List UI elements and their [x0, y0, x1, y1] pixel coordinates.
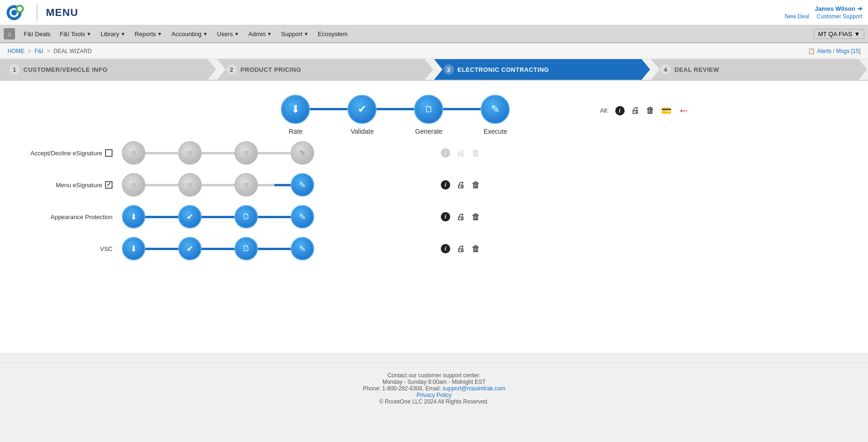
wizard-step-2[interactable]: 2 PRODUCT PRICING	[217, 59, 433, 80]
conn2-row4	[201, 248, 235, 250]
row-appearance-protection: Appearance Protection ⬇ ✔ 🗋 ✎ i 🖨 🗑	[19, 204, 849, 230]
nav-fi-tools[interactable]: F&I Tools ▼	[55, 25, 96, 43]
info-icon-row4[interactable]: i	[441, 244, 450, 253]
red-arrow-indicator: ←	[678, 103, 690, 118]
header-generate-circle[interactable]: 🗋	[414, 95, 443, 124]
nav-library[interactable]: Library ▼	[96, 25, 130, 43]
row-actions-accept-decline: i 🖨 🗑	[441, 148, 480, 158]
logo-area: MENU	[6, 4, 78, 22]
conn3-row2	[257, 184, 292, 186]
execute-label: Execute	[483, 128, 507, 135]
accept-decline-checkbox[interactable]	[105, 149, 113, 157]
print-icon-row4[interactable]: 🖨	[457, 244, 465, 254]
conn1-row1	[144, 152, 179, 154]
all-card-icon[interactable]: 💳	[661, 106, 672, 116]
row-flow-appearance: ⬇ ✔ 🗋 ✎	[122, 205, 422, 229]
info-icon-row3[interactable]: i	[441, 212, 450, 221]
row-actions-vsc: i 🖨 🗑	[441, 244, 480, 254]
footer-line3: Phone: 1-800-282-6308, Email: support@ma…	[9, 385, 859, 392]
nav-reports[interactable]: Reports ▼	[130, 25, 166, 43]
logo-divider	[37, 4, 38, 21]
wizard-step-3[interactable]: 3 ELECTRONIC CONTRACTING	[434, 59, 650, 80]
top-links: New Deal Customer Support	[785, 13, 862, 20]
fias-dropdown[interactable]: MT QA FIAS ▼	[814, 29, 864, 39]
rate-circle-row2: ○	[122, 173, 145, 197]
row-flow-menu-esig: ○ ○ ○ ✎	[122, 173, 422, 197]
trash-icon-row4[interactable]: 🗑	[472, 244, 480, 254]
header-rate-circle[interactable]: ⬇	[281, 95, 310, 124]
generate-circle-row4[interactable]: 🗋	[234, 237, 258, 260]
rate-circle-row1: ○	[122, 141, 145, 165]
footer-line1: Contact our customer support center:	[9, 372, 859, 379]
trash-icon-row1: 🗑	[472, 148, 480, 158]
conn1-row4	[144, 248, 179, 250]
breadcrumb-current: DEAL WIZARD	[53, 48, 92, 54]
print-icon-row2[interactable]: 🖨	[457, 180, 465, 190]
generate-label: Generate	[415, 128, 442, 135]
execute-circle-row2[interactable]: ✎	[291, 173, 314, 197]
home-nav-button[interactable]: ⌂	[4, 28, 15, 39]
breadcrumb-home[interactable]: HOME	[8, 48, 24, 54]
breadcrumb-bar: HOME > F&I > DEAL WIZARD 📋 Alerts / Msgs…	[0, 43, 868, 59]
print-icon-row3[interactable]: 🖨	[457, 212, 465, 222]
nav-accounting[interactable]: Accounting ▼	[167, 25, 212, 43]
wizard-step-1[interactable]: 1 CUSTOMER/VEHICLE INFO	[0, 59, 216, 80]
conn2-row3	[201, 216, 235, 218]
routeone-logo	[6, 4, 28, 22]
nav-right-area: MT QA FIAS ▼	[814, 29, 864, 39]
rate-circle-row4[interactable]: ⬇	[122, 237, 145, 260]
trash-icon-row3[interactable]: 🗑	[472, 212, 480, 222]
row-actions-appearance: i 🖨 🗑	[441, 212, 480, 222]
conn2-row2	[201, 184, 235, 186]
alerts-button[interactable]: 📋 Alerts / Msgs [15]	[808, 48, 860, 54]
execute-circle-row1: ✎	[291, 141, 314, 165]
wizard-step-4[interactable]: 4 DEAL REVIEW	[651, 59, 867, 80]
nav-ecosystem[interactable]: Ecosystem	[313, 25, 353, 43]
customer-support-link[interactable]: Customer Support	[817, 13, 862, 20]
svg-point-4	[17, 7, 22, 11]
nav-fi-deals[interactable]: F&I Deals	[19, 25, 55, 43]
validate-circle-row3[interactable]: ✔	[178, 205, 202, 229]
connector-1	[310, 108, 347, 110]
row-label-vsc: VSC	[19, 245, 122, 252]
user-name: James Wilson ➔	[815, 5, 862, 12]
row-label-appearance: Appearance Protection	[19, 213, 122, 221]
conn3-row4	[257, 248, 292, 250]
row-menu-esignature: Menu eSignature ✓ ○ ○ ○ ✎ i 🖨 🗑	[19, 172, 849, 198]
header-execute-circle[interactable]: ✎	[481, 95, 510, 124]
rate-circle-row3[interactable]: ⬇	[122, 205, 145, 229]
top-header: MENU James Wilson ➔ New Deal Customer Su…	[0, 0, 868, 25]
generate-circle-row1: ○	[234, 141, 258, 165]
trash-icon-row2[interactable]: 🗑	[472, 180, 480, 190]
execute-circle-row3[interactable]: ✎	[291, 205, 314, 229]
all-info-icon[interactable]: i	[615, 106, 625, 115]
nav-bar: ⌂ F&I Deals F&I Tools ▼ Library ▼ Report…	[0, 25, 868, 43]
row-label-accept-decline: Accept/Decline eSignature	[19, 149, 122, 157]
validate-circle-row1: ○	[178, 141, 202, 165]
all-print-icon[interactable]: 🖨	[631, 106, 640, 115]
nav-admin[interactable]: Admin ▼	[244, 25, 277, 43]
generate-circle-row2: ○	[234, 173, 258, 197]
breadcrumb-fi[interactable]: F&I	[35, 48, 44, 54]
all-trash-icon[interactable]: 🗑	[646, 106, 655, 115]
execute-circle-row4[interactable]: ✎	[291, 237, 314, 260]
validate-label: Validate	[351, 128, 374, 135]
footer-privacy-link[interactable]: Privacy Policy	[416, 392, 452, 398]
header-validate-circle[interactable]: ✔	[347, 95, 377, 124]
all-icons-row: All: i 🖨 🗑 💳 ←	[600, 103, 690, 118]
menu-label: MENU	[46, 7, 78, 19]
nav-support[interactable]: Support ▼	[276, 25, 313, 43]
menu-esig-checkbox[interactable]: ✓	[105, 181, 113, 189]
info-icon-row2[interactable]: i	[441, 180, 450, 190]
new-deal-link[interactable]: New Deal	[785, 13, 809, 20]
footer: Contact our customer support center: Mon…	[0, 362, 868, 414]
generate-circle-row3[interactable]: 🗋	[234, 205, 258, 229]
footer-email[interactable]: support@maximtrak.com	[443, 385, 506, 392]
footer-line2: Monday - Sunday 8:00am - Midnight EST	[9, 379, 859, 385]
row-actions-menu-esig: i 🖨 🗑	[441, 180, 480, 190]
nav-users[interactable]: Users ▼	[212, 25, 244, 43]
validate-circle-row4[interactable]: ✔	[178, 237, 202, 260]
print-icon-row1: 🖨	[457, 148, 465, 158]
row-flow-accept-decline: ○ ○ ○ ✎	[122, 141, 422, 165]
connector-2	[377, 108, 414, 110]
